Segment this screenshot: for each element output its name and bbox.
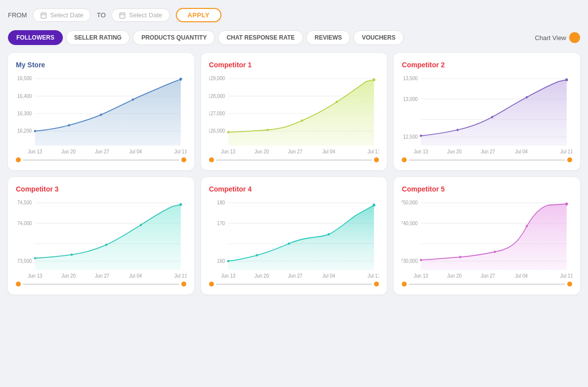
slider-track <box>23 159 179 161</box>
svg-text:Jun 20: Jun 20 <box>61 273 76 278</box>
from-date-input[interactable]: Select Date <box>33 8 91 22</box>
card-competitor-5: Competitor 5 <box>394 177 580 294</box>
svg-text:Jun 27: Jun 27 <box>481 273 495 278</box>
svg-point-34 <box>373 78 375 81</box>
svg-text:160: 160 <box>217 258 225 264</box>
svg-point-83 <box>256 254 258 257</box>
tab-reviews[interactable]: REVIEWS <box>306 30 350 45</box>
card-my-store-title: My Store <box>16 61 186 69</box>
svg-text:Jul 04: Jul 04 <box>515 148 528 154</box>
slider-start-dot <box>16 157 21 162</box>
cards-grid: My Store <box>8 53 580 294</box>
card-competitor-5-slider[interactable] <box>402 282 572 287</box>
svg-text:13,000: 13,000 <box>403 96 418 101</box>
svg-point-69 <box>179 203 182 206</box>
svg-point-52 <box>566 78 568 81</box>
card-my-store: My Store <box>8 53 194 170</box>
to-label: TO <box>97 11 106 19</box>
card-my-store-chart: 16,500 16,400 16,300 16,200 Jun 13 Jun 2… <box>16 73 186 154</box>
card-competitor-3-chart: 74,500 74,000 73,500 Jun 13 Jun 20 Jun 2… <box>16 197 186 279</box>
svg-text:Jun 13: Jun 13 <box>221 273 235 278</box>
svg-text:180: 180 <box>217 200 225 205</box>
card-competitor-2-chart: 13,500 13,000 12,500 Jun 13 Jun 20 Jun 2… <box>402 73 572 154</box>
tab-chat-response-rate[interactable]: CHAT RESPONSE RATE <box>218 30 303 45</box>
svg-text:74,000: 74,000 <box>17 220 32 226</box>
svg-point-51 <box>526 96 528 98</box>
svg-text:16,200: 16,200 <box>17 128 32 134</box>
svg-point-13 <box>68 124 70 127</box>
tab-seller-rating[interactable]: SELLER RATING <box>66 30 130 45</box>
svg-text:Jun 20: Jun 20 <box>61 148 76 154</box>
slider-end-dot <box>181 157 186 162</box>
card-competitor-3-slider[interactable] <box>16 282 186 287</box>
svg-text:750,000: 750,000 <box>402 200 418 205</box>
svg-point-84 <box>288 242 290 245</box>
svg-text:Jul 04: Jul 04 <box>515 273 528 278</box>
card-competitor-1-chart: 129,000 128,000 127,000 126,000 Jun 13 J… <box>209 73 379 154</box>
svg-text:Jun 20: Jun 20 <box>447 273 462 278</box>
svg-text:Jun 13: Jun 13 <box>28 273 42 278</box>
svg-text:740,000: 740,000 <box>402 220 418 226</box>
svg-text:Jun 20: Jun 20 <box>254 273 268 278</box>
tab-bar: FOLLOWERS SELLER RATING PRODUCTS QUANTIT… <box>8 30 580 45</box>
svg-text:13,500: 13,500 <box>403 76 418 81</box>
card-competitor-4: Competitor 4 <box>201 177 387 294</box>
chart-view-toggle: Chart View <box>535 32 580 43</box>
svg-text:126,000: 126,000 <box>209 128 225 134</box>
svg-point-50 <box>491 116 493 118</box>
chart-view-dot[interactable] <box>569 32 580 43</box>
svg-text:Jun 20: Jun 20 <box>447 148 462 154</box>
tab-followers[interactable]: FOLLOWERS <box>8 30 63 45</box>
svg-text:Jun 27: Jun 27 <box>288 148 302 154</box>
card-competitor-4-slider[interactable] <box>209 282 379 287</box>
card-competitor-5-chart: 750,000 740,000 730,000 Jun 13 Jun 20 Ju… <box>402 197 572 279</box>
svg-point-68 <box>140 224 142 226</box>
apply-button[interactable]: APPLY <box>176 8 222 22</box>
to-date-input[interactable]: Select Date <box>111 8 169 22</box>
from-label: FROM <box>8 11 27 19</box>
card-competitor-1-title: Competitor 1 <box>209 61 379 69</box>
svg-text:170: 170 <box>217 220 225 226</box>
svg-text:Jun 13: Jun 13 <box>414 273 428 278</box>
svg-rect-0 <box>41 13 47 18</box>
card-competitor-1-slider[interactable] <box>209 157 379 162</box>
svg-point-49 <box>457 129 459 131</box>
svg-text:73,500: 73,500 <box>17 258 32 264</box>
svg-text:730,000: 730,000 <box>402 258 418 264</box>
svg-point-100 <box>459 256 461 258</box>
svg-text:Jun 13: Jun 13 <box>28 148 42 154</box>
svg-point-30 <box>227 131 229 134</box>
chart-view-label: Chart View <box>535 34 566 42</box>
svg-rect-4 <box>120 13 125 18</box>
card-my-store-slider[interactable] <box>16 157 186 162</box>
svg-point-67 <box>105 243 107 246</box>
from-date-placeholder: Select Date <box>50 11 83 19</box>
svg-text:Jun 13: Jun 13 <box>414 148 428 154</box>
svg-text:Jun 13: Jun 13 <box>221 148 235 154</box>
svg-point-16 <box>179 78 182 81</box>
tab-vouchers[interactable]: VOUCHERS <box>353 30 404 45</box>
svg-text:127,000: 127,000 <box>209 111 225 116</box>
svg-text:128,000: 128,000 <box>209 93 225 98</box>
svg-point-14 <box>100 114 102 116</box>
svg-point-15 <box>132 98 134 101</box>
svg-text:16,500: 16,500 <box>17 76 32 81</box>
card-competitor-3: Competitor 3 74 <box>8 177 194 294</box>
svg-text:Jun 27: Jun 27 <box>481 148 495 154</box>
card-competitor-2-slider[interactable] <box>402 157 572 162</box>
svg-text:Jun 27: Jun 27 <box>95 273 109 278</box>
svg-point-12 <box>34 130 36 133</box>
card-competitor-4-title: Competitor 4 <box>209 185 379 193</box>
svg-text:16,400: 16,400 <box>17 93 32 98</box>
svg-text:Jul 11: Jul 11 <box>560 148 572 154</box>
svg-point-85 <box>327 233 329 236</box>
tab-products-quantity[interactable]: PRODUCTS QUANTITY <box>133 30 215 45</box>
svg-text:16,300: 16,300 <box>17 111 32 116</box>
svg-text:74,500: 74,500 <box>17 200 32 205</box>
svg-text:Jul 04: Jul 04 <box>129 148 142 154</box>
svg-text:Jul 04: Jul 04 <box>322 273 335 278</box>
svg-text:Jul 11: Jul 11 <box>368 273 379 278</box>
svg-text:Jul 11: Jul 11 <box>174 148 186 154</box>
card-competitor-4-chart: 180 170 160 Jun 13 Jun 20 Jun 27 Jul 04 … <box>209 197 379 279</box>
svg-text:Jul 11: Jul 11 <box>174 273 186 278</box>
